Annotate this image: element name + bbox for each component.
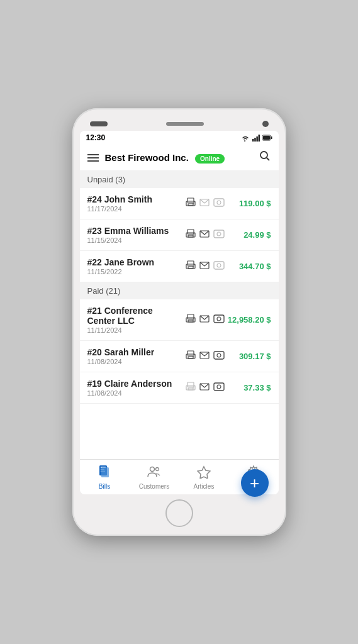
- payment-icon[interactable]: [213, 230, 225, 241]
- status-time: 12:30: [86, 133, 106, 142]
- svg-point-12: [193, 203, 194, 204]
- invoice-amount: 119.00 $: [227, 199, 271, 208]
- invoice-actions: [186, 260, 225, 273]
- svg-point-40: [193, 355, 194, 357]
- invoice-actions: [186, 350, 225, 363]
- svg-rect-37: [187, 351, 194, 355]
- app-bar: Best Firewood Inc. Online: [80, 145, 279, 171]
- svg-rect-35: [214, 315, 224, 323]
- svg-rect-16: [187, 230, 194, 234]
- payment-icon[interactable]: [213, 261, 225, 272]
- status-bar: 12:30: [80, 131, 279, 145]
- svg-rect-25: [188, 267, 193, 269]
- svg-rect-28: [214, 262, 224, 269]
- invoice-info: #24 John Smith 11/17/2024: [87, 194, 183, 213]
- payment-icon[interactable]: [213, 351, 225, 362]
- customers-nav-label: Customers: [139, 483, 169, 490]
- invoice-actions: [186, 314, 225, 326]
- invoice-list[interactable]: Unpaid (3) #24 John Smith 11/17/2024: [80, 171, 279, 459]
- print-icon[interactable]: [186, 260, 196, 273]
- invoice-row[interactable]: #22 Jane Brown 11/15/2022 3: [80, 251, 279, 282]
- wifi-icon: [241, 135, 250, 142]
- battery-icon: [262, 135, 272, 141]
- articles-icon: [197, 465, 211, 482]
- invoice-actions: [186, 229, 225, 242]
- invoice-date: 11/17/2024: [87, 205, 183, 213]
- invoice-info: #21 Conference Center LLC 11/11/2024: [87, 306, 183, 334]
- invoice-name: #24 John Smith: [87, 194, 183, 204]
- svg-rect-1: [254, 138, 256, 142]
- hamburger-menu-button[interactable]: [87, 154, 99, 162]
- phone-frame: 12:30: [72, 108, 286, 536]
- invoice-amount: 37.33 $: [227, 383, 271, 392]
- bills-icon: [98, 465, 111, 482]
- invoice-date: 11/15/2024: [87, 236, 183, 244]
- invoice-info: #19 Claire Anderson 11/08/2024: [87, 379, 183, 397]
- invoice-amount: 344.70 $: [227, 262, 271, 271]
- signal-icon: [252, 135, 260, 142]
- svg-rect-3: [258, 135, 260, 142]
- nav-item-customers[interactable]: Customers: [130, 460, 179, 494]
- svg-rect-2: [256, 136, 258, 142]
- svg-point-57: [156, 467, 159, 470]
- payment-icon[interactable]: [213, 382, 225, 394]
- svg-point-50: [217, 385, 221, 389]
- svg-point-7: [260, 152, 267, 158]
- invoice-row[interactable]: #24 John Smith 11/17/2024 1: [80, 188, 279, 219]
- invoice-date: 11/08/2024: [87, 358, 183, 365]
- svg-rect-30: [187, 314, 194, 319]
- payment-icon[interactable]: [213, 198, 225, 209]
- svg-rect-11: [188, 204, 193, 206]
- svg-rect-32: [188, 320, 193, 322]
- phone-top-bar: [80, 117, 279, 131]
- phone-home-button[interactable]: [165, 499, 193, 527]
- svg-line-8: [266, 158, 269, 161]
- print-icon[interactable]: [186, 350, 196, 363]
- print-icon[interactable]: [186, 229, 196, 242]
- svg-rect-49: [214, 383, 224, 391]
- email-icon[interactable]: [199, 260, 210, 273]
- svg-rect-42: [214, 352, 224, 359]
- nav-item-articles[interactable]: Articles: [179, 460, 229, 494]
- email-icon[interactable]: [199, 350, 210, 363]
- print-icon[interactable]: [186, 314, 196, 326]
- svg-marker-58: [198, 467, 210, 479]
- invoice-row[interactable]: #21 Conference Center LLC 11/11/2024: [80, 299, 279, 341]
- invoice-actions: [186, 197, 225, 210]
- invoice-info: #22 Jane Brown 11/15/2022: [87, 257, 183, 275]
- invoice-name: #23 Emma Williams: [87, 226, 183, 236]
- search-button[interactable]: [259, 150, 271, 165]
- bills-nav-label: Bills: [99, 483, 110, 490]
- svg-rect-9: [187, 198, 194, 203]
- invoice-actions: [186, 382, 225, 394]
- email-icon[interactable]: [199, 382, 210, 394]
- payment-icon[interactable]: [213, 314, 225, 326]
- invoice-row[interactable]: #20 Sarah Miller 11/08/2024: [80, 341, 279, 372]
- online-badge: Online: [195, 154, 225, 164]
- svg-point-26: [193, 265, 194, 267]
- svg-rect-0: [252, 139, 254, 142]
- phone-speaker: [166, 122, 204, 126]
- unpaid-section-header: Unpaid (3): [80, 171, 279, 188]
- invoice-amount: 24.99 $: [227, 230, 271, 240]
- invoice-name: #19 Claire Anderson: [87, 379, 183, 389]
- invoice-name: #22 Jane Brown: [87, 257, 183, 267]
- svg-point-36: [217, 317, 221, 321]
- email-icon[interactable]: [199, 314, 210, 326]
- invoice-date: 11/15/2022: [87, 268, 183, 275]
- customers-icon: [147, 465, 161, 482]
- nav-item-bills[interactable]: Bills: [80, 460, 130, 494]
- svg-rect-6: [263, 136, 270, 140]
- screen: 12:30: [80, 131, 279, 494]
- add-invoice-fab[interactable]: +: [241, 469, 269, 497]
- email-icon[interactable]: [199, 229, 210, 242]
- print-icon[interactable]: [186, 197, 196, 210]
- invoice-info: #20 Sarah Miller 11/08/2024: [87, 347, 183, 365]
- invoice-row[interactable]: #19 Claire Anderson 11/08/2024: [80, 372, 279, 404]
- svg-point-15: [217, 201, 221, 204]
- invoice-row[interactable]: #23 Emma Williams 11/15/2024: [80, 219, 279, 251]
- email-icon[interactable]: [199, 197, 210, 210]
- svg-rect-39: [188, 357, 193, 358]
- print-icon[interactable]: [186, 382, 196, 394]
- svg-rect-23: [187, 261, 194, 265]
